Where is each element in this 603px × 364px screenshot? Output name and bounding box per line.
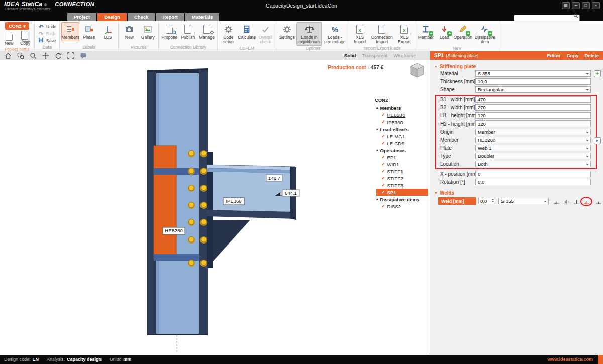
maximize-button[interactable]: □ [582,2,590,9]
new-load-button[interactable]: + Load [435,22,453,41]
picture-gallery-button[interactable]: Gallery [139,22,157,41]
tree-item-ep1[interactable]: ✓EP1 [370,154,428,161]
search-input[interactable] [514,15,580,21]
weld-size-button[interactable]: Weld [mm] [438,197,476,205]
rotation-input[interactable]: 0,0 [475,179,591,185]
loads-percentage-button[interactable]: % Loads - percentage [322,22,347,46]
checkbox-checked-icon[interactable]: ✓ [381,162,385,167]
editor-button[interactable]: Editor [547,53,560,58]
save-button[interactable]: Save [36,37,57,44]
tree-item-stiff2[interactable]: ✓STIFF2 [370,175,428,182]
tree-group-load-effects[interactable]: ▴Load effects [370,126,428,133]
checkbox-checked-icon[interactable]: ✓ [381,134,385,139]
minimize-button[interactable]: ─ [572,2,580,9]
tree-item-diss2[interactable]: ✓DISS2 [370,203,428,210]
x-position-input[interactable]: 0 [475,171,591,177]
weld-type-extra-icon[interactable] [595,198,602,205]
settings-button[interactable]: Settings [278,22,296,41]
publish-button[interactable]: ↑ Publish [179,22,197,41]
tree-group-dissipative-items[interactable]: ▴Dissipative items [370,196,428,203]
b1-width-input[interactable]: 470 [475,96,591,103]
mode-solid[interactable]: Solid [344,53,356,58]
undo-button[interactable]: ↶ Undo [36,23,58,30]
tree-group-members[interactable]: ▴Members [370,104,428,111]
zoom-fit-button[interactable] [67,52,74,59]
h1-height-input[interactable]: 120 [475,112,591,119]
type-select[interactable]: Doubler [475,153,591,159]
redo-button[interactable]: ↷ Redo [36,30,58,37]
thickness-input[interactable]: 10,0 [475,78,591,85]
tree-item-heb280[interactable]: ✓HEB280 [370,111,428,118]
checkbox-checked-icon[interactable]: ✓ [381,141,385,146]
tree-item-stiff1[interactable]: ✓STIFF1 [370,168,428,175]
material-select[interactable]: S 355 [475,70,591,77]
section-stiffening-plate[interactable]: ▼ Stiffening plate [430,63,603,70]
spinner-arrows[interactable] [491,199,494,202]
checkbox-checked-icon[interactable]: ✓ [381,155,385,160]
tab-report[interactable]: Report [156,13,184,21]
website-link[interactable]: www.ideastatica.com [547,357,593,362]
loads-in-equilibrium-button[interactable]: Loads in equilibrium [296,22,322,46]
mode-wireframe[interactable]: Wireframe [393,53,416,58]
orientation-cube-icon[interactable] [408,61,427,82]
tree-item-ipe360[interactable]: ✓IPE360 [370,118,428,126]
manage-button[interactable]: Manage [197,22,216,41]
checkbox-checked-icon[interactable]: ✓ [381,176,385,181]
weld-type-double-fillet-icon[interactable] [563,198,570,205]
tree-item-sp1-selected[interactable]: ✓SP1 [376,189,428,196]
labels-lcs-button[interactable]: LCS [98,22,117,41]
pan-button[interactable] [42,52,49,59]
app-grid-button[interactable]: ▦ [562,2,570,9]
delete-operation-button[interactable]: Delete [584,53,599,58]
mode-transparent[interactable]: Transparent [362,53,387,58]
xls-import-button[interactable]: X← XLS Import [351,22,369,46]
rotate-view-button[interactable] [54,52,62,59]
checkbox-checked-icon[interactable]: ✓ [381,204,385,209]
calculate-button[interactable]: Calculate [238,22,256,41]
canvas-3d[interactable]: Production cost-457 € [0,60,430,355]
location-select[interactable]: Both [475,161,591,167]
weld-size-input[interactable]: 0,0 [478,198,495,204]
plate-select[interactable]: Web 1 [475,145,591,151]
zoom-window-button[interactable] [17,52,24,59]
con2-dropdown[interactable]: CON2 ▾ [5,22,29,30]
pick-member-button[interactable]: ▸ [594,137,601,144]
labels-members-button[interactable]: Members [61,22,79,41]
close-button[interactable]: × [592,2,600,9]
propose-button[interactable]: Propose [160,22,178,41]
checkbox-checked-icon[interactable]: ✓ [381,119,385,125]
tab-check[interactable]: Check [128,13,155,21]
checkbox-checked-icon[interactable]: ✓ [381,169,385,174]
tree-item-stiff3[interactable]: ✓STIFF3 [370,182,428,189]
tree-root-con2[interactable]: CON2 [370,97,428,104]
tab-design[interactable]: Design [97,13,127,21]
weld-type-butt-icon[interactable] [573,198,580,205]
shape-select[interactable]: Rectangular [475,86,591,93]
tree-item-wid1[interactable]: ✓WID1 [370,161,428,168]
overall-check-button[interactable]: Overall check [256,22,274,46]
weld-material-select[interactable]: S 355 [498,198,549,204]
comment-bubble-button[interactable] [79,52,87,59]
home-view-button[interactable] [4,52,12,59]
new-project-item-button[interactable]: New [2,30,17,47]
tab-materials[interactable]: Materials [185,13,219,21]
zoom-button[interactable] [29,52,37,59]
tree-item-le-cd9[interactable]: ✓LE-CD9 [370,140,428,147]
h2-height-input[interactable]: 120 [475,120,591,127]
new-dissipative-item-button[interactable]: + Dissipative item [472,22,497,46]
weld-type-fillet-icon[interactable] [553,198,560,205]
tree-group-operations[interactable]: ▴Operations [370,147,428,154]
add-material-button[interactable]: + [594,70,601,77]
copy-project-item-button[interactable]: Copy [18,30,33,47]
checkbox-checked-icon[interactable]: ✓ [381,183,385,188]
tree-item-le-mc1[interactable]: ✓LE-MC1 [370,133,428,140]
code-setup-button[interactable]: Code setup [219,22,237,46]
labels-plates-button[interactable]: Plates [80,22,98,41]
b2-width-input[interactable]: 270 [475,104,591,111]
checkbox-checked-icon[interactable]: ✓ [381,190,385,195]
xls-export-button[interactable]: X→ XLS Export [395,22,413,46]
member-select[interactable]: HEB280 [475,137,591,143]
picture-new-button[interactable]: New [120,22,138,41]
new-member-button[interactable]: + Member [417,22,435,41]
origin-select[interactable]: Member [475,129,591,135]
